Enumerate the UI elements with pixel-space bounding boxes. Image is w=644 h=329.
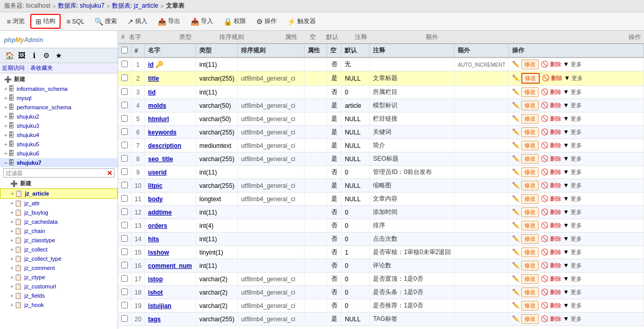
checkbox-16[interactable] [121,262,128,268]
more-btn-17[interactable]: 更多 [571,275,582,283]
field-name-12[interactable]: addtime [148,209,172,216]
delete-btn-8[interactable]: 🚫 删除 [541,155,561,163]
toolbar-btn-export[interactable]: 📤导出 [153,14,185,28]
modify-btn-18[interactable]: 修改 [521,287,539,297]
checkbox-7[interactable] [121,142,128,148]
sidebar-item-jz-buylog[interactable]: + 📋 jz_buylog [0,208,118,217]
delete-btn-11[interactable]: 🚫 删除 [541,195,561,203]
more-btn-5[interactable]: 更多 [571,115,582,123]
sidebar-item-shujuku2[interactable]: + 🗄 shujuku2 [0,112,118,121]
more-btn-19[interactable]: 更多 [571,302,582,309]
checkbox-9[interactable] [121,168,128,175]
more-btn-8[interactable]: 更多 [571,155,582,163]
field-name-14[interactable]: hits [148,236,159,243]
sidebar-item-shujuku3[interactable]: + 🗄 shujuku3 [0,121,118,130]
sidebar-item-performance-schema[interactable]: + 🗄 performance_schema [0,103,118,112]
sidebar-item-new-sub[interactable]: ➕ 新建 [0,179,118,188]
sidebar-item-shujuku7[interactable]: − 🗄 shujuku7 [0,158,118,167]
filter-clear-btn[interactable]: ✕ [105,169,114,177]
star-icon[interactable]: ★ [53,50,64,61]
modify-btn-5[interactable]: 修改 [521,114,539,124]
delete-btn-10[interactable]: 🚫 删除 [541,182,561,189]
home-icon[interactable]: 🏠 [4,50,14,61]
more-btn-12[interactable]: 更多 [571,208,582,216]
field-name-5[interactable]: htmlurl [148,115,169,123]
delete-btn-1[interactable]: 🚫 删除 [541,61,561,68]
more-btn-2[interactable]: 更多 [572,74,583,82]
sidebar-item-information-schema[interactable]: + 🗄 information_schema [0,84,118,93]
modify-btn-13[interactable]: 修改 [521,221,539,230]
sidebar-item-jz-cachedata[interactable]: + 📋 jz_cachedata [0,217,118,226]
field-name-7[interactable]: description [148,142,181,149]
checkbox-5[interactable] [121,115,128,122]
sidebar-item-jz-collect-type[interactable]: + 📋 jz_collect_type [0,254,118,263]
field-name-20[interactable]: tags [148,316,161,323]
more-btn-4[interactable]: 更多 [571,102,582,109]
field-name-6[interactable]: keywords [148,129,176,136]
delete-btn-7[interactable]: 🚫 删除 [541,142,561,149]
field-name-13[interactable]: orders [148,222,167,229]
modify-btn-14[interactable]: 修改 [521,234,539,244]
sidebar-item-jz-comment[interactable]: + 📋 jz_comment [0,263,118,273]
more-btn-14[interactable]: 更多 [571,235,582,243]
more-btn-11[interactable]: 更多 [571,195,582,203]
modify-btn-15[interactable]: 修改 [521,247,539,257]
delete-btn-14[interactable]: 🚫 删除 [541,235,561,243]
modify-btn-17[interactable]: 修改 [521,274,539,284]
field-name-11[interactable]: body [148,196,163,203]
modify-btn-10[interactable]: 修改 [521,181,539,190]
sidebar-item-shujuku4[interactable]: + 🗄 shujuku4 [0,130,118,140]
select-all-checkbox[interactable] [121,47,128,53]
more-btn-3[interactable]: 更多 [571,88,582,96]
field-name-3[interactable]: tid [148,89,156,96]
checkbox-18[interactable] [121,288,128,295]
modify-btn-6[interactable]: 修改 [521,127,539,137]
checkbox-13[interactable] [121,222,128,228]
field-name-8[interactable]: seo_title [148,156,173,163]
modify-btn-1[interactable]: 修改 [521,60,539,69]
toolbar-btn-sql[interactable]: ≡SQL [62,15,89,28]
field-name-10[interactable]: litpic [148,182,162,189]
field-name-18[interactable]: ishot [148,289,163,296]
modify-btn-4[interactable]: 修改 [521,101,539,110]
more-btn-16[interactable]: 更多 [571,262,582,269]
field-name-4[interactable]: molds [148,102,166,109]
sidebar-item-jz-hook[interactable]: + 📋 jz_hook [0,300,118,309]
sidebar-item-jz-chain[interactable]: + 📋 jz_chain [0,226,118,236]
toolbar-btn-search[interactable]: 🔍搜索 [90,14,122,28]
modify-btn-12[interactable]: 修改 [521,207,539,217]
sidebar-item-jz-fields[interactable]: + 📋 jz_fields [0,291,118,300]
checkbox-20[interactable] [121,315,128,322]
sidebar-item-mysql[interactable]: + 🗄 mysql [0,93,118,103]
breadcrumb-database[interactable]: 数据库: shujuku7 [58,2,105,10]
settings-icon[interactable]: ⚙ [41,50,51,61]
delete-btn-15[interactable]: 🚫 删除 [541,248,561,256]
more-btn-20[interactable]: 更多 [571,315,582,323]
more-btn-1[interactable]: 更多 [571,61,582,68]
more-btn-13[interactable]: 更多 [571,222,582,229]
sidebar-item-jz-collect[interactable]: + 📋 jz_collect [0,245,118,254]
modify-btn-11[interactable]: 修改 [521,194,539,204]
more-btn-6[interactable]: 更多 [571,128,582,136]
modify-btn-9[interactable]: 修改 [521,167,539,177]
checkbox-10[interactable] [121,182,128,188]
modify-btn-16[interactable]: 修改 [521,261,539,270]
checkbox-15[interactable] [121,248,128,255]
delete-btn-19[interactable]: 🚫 删除 [541,302,561,309]
filter-input[interactable] [4,169,105,177]
sidebar-item-jz-classtype[interactable]: + 📋 jz_classtype [0,236,118,245]
checkbox-11[interactable] [121,195,128,202]
delete-btn-16[interactable]: 🚫 删除 [541,262,561,269]
delete-btn-9[interactable]: 🚫 删除 [541,168,561,176]
sidebar-item-shujuku6[interactable]: + 🗄 shujuku6 [0,149,118,158]
checkbox-6[interactable] [121,128,128,135]
sidebar-item-jz-ctype[interactable]: + 📋 jz_ctype [0,273,118,282]
sidebar-item-jz-customurl[interactable]: + 📋 jz_customurl [0,282,118,291]
more-btn-18[interactable]: 更多 [571,288,582,296]
modify-btn-3[interactable]: 修改 [521,87,539,97]
modify-btn-20[interactable]: 修改 [521,314,539,324]
info-icon[interactable]: ℹ [29,50,39,61]
delete-btn-13[interactable]: 🚫 删除 [541,222,561,229]
field-name-17[interactable]: istop [148,276,163,283]
toolbar-btn-triggers[interactable]: ⚡触发器 [282,14,320,28]
